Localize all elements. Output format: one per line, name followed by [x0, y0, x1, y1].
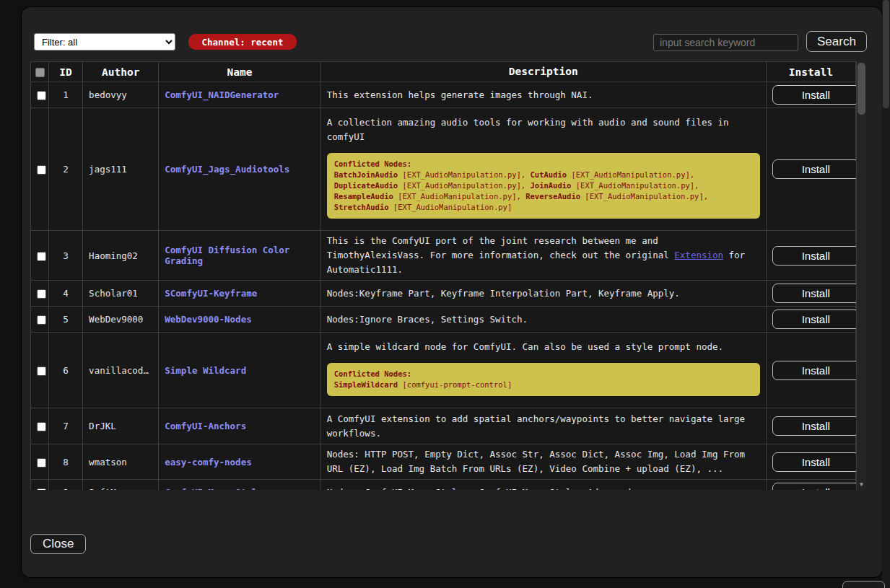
install-button[interactable]: Install	[772, 159, 860, 179]
install-cell: Install	[766, 333, 855, 408]
name-cell: SComfyUI-Keyframe	[159, 281, 320, 307]
description-text: A simple wildcard node for ComfyUI. Can …	[327, 340, 760, 354]
install-button[interactable]: Install	[772, 483, 860, 490]
row-checkbox[interactable]	[37, 488, 46, 490]
checkbox-cell	[31, 333, 49, 408]
table-row: 8 wmatson easy-comfy-nodes Nodes: HTTP P…	[31, 444, 856, 480]
table-scrollbar-thumb[interactable]	[858, 63, 865, 115]
scroll-down-arrow-icon[interactable]: ▼	[857, 480, 865, 489]
id-cell: 1	[49, 82, 83, 108]
table-row: 4 Scholar01 SComfyUI-Keyframe Nodes:Keyf…	[31, 281, 856, 307]
extension-link[interactable]: Extension	[674, 250, 723, 260]
search-button[interactable]: Search	[806, 31, 867, 52]
row-checkbox[interactable]	[37, 165, 46, 175]
description-cell: This extension helps generate images thr…	[320, 82, 766, 108]
install-button[interactable]: Install	[772, 284, 860, 303]
install-cell: Install	[766, 82, 855, 108]
extension-name-link[interactable]: ComfyUI_Jags_Audiotools	[165, 164, 289, 175]
extension-name-link[interactable]: ComfyUI Diffusion Color Grading	[165, 245, 289, 266]
extension-name-link[interactable]: ComfyUI_NAIDGenerator	[165, 89, 279, 100]
id-cell: 9	[49, 480, 83, 490]
checkbox-cell	[31, 281, 49, 307]
id-cell: 8	[49, 444, 83, 480]
row-checkbox[interactable]	[37, 458, 46, 468]
install-button[interactable]: Install	[772, 310, 860, 329]
description-text: This is the ComfyUI port of the joint re…	[327, 235, 675, 260]
description-cell: A ComfyUI extension to add spatial ancho…	[320, 408, 766, 444]
row-checkbox[interactable]	[37, 367, 46, 376]
row-checkbox[interactable]	[37, 252, 46, 261]
search-input[interactable]	[653, 34, 798, 51]
id-cell: 7	[49, 408, 83, 444]
description-cell: A simple wildcard node for ComfyUI. Can …	[320, 333, 766, 408]
table-scrollbar[interactable]: ▼	[856, 61, 865, 490]
name-cell: ComfyUI_NAIDGenerator	[159, 82, 320, 108]
install-cell: Install	[766, 108, 855, 231]
extension-name-link[interactable]: ComfyUI_Mexx_Styler	[165, 487, 268, 490]
name-cell: ComfyUI_Jags_Audiotools	[159, 108, 320, 231]
extension-name-link[interactable]: WebDev9000-Nodes	[165, 314, 251, 325]
id-cell: 4	[49, 281, 83, 307]
checkbox-cell	[31, 108, 49, 231]
checkbox-cell	[31, 82, 49, 108]
install-button[interactable]: Install	[772, 246, 860, 266]
description-cell: Nodes:Ignore Braces, Settings Switch.	[320, 307, 766, 333]
author-cell: bedovyy	[83, 82, 159, 108]
extension-name-link[interactable]: SComfyUI-Keyframe	[165, 288, 257, 299]
conflict-warning-box: Conflicted Nodes: SimpleWildcard [comfyu…	[327, 363, 760, 396]
checkbox-cell	[31, 480, 49, 490]
name-cell: ComfyUI_Mexx_Styler	[159, 480, 320, 490]
install-cell: Install	[766, 231, 855, 281]
page-scrollbar[interactable]	[882, 0, 890, 588]
checkbox-cell	[31, 307, 49, 333]
id-cell: 5	[49, 307, 83, 333]
row-checkbox[interactable]	[37, 422, 46, 431]
author-cell: DrJKL	[83, 408, 159, 444]
table-row: 3 Haoming02 ComfyUI Diffusion Color Grad…	[31, 231, 856, 281]
extension-name-link[interactable]: easy-comfy-nodes	[165, 457, 251, 468]
extension-name-link[interactable]: ComfyUI-Anchors	[165, 421, 246, 431]
install-cell: Install	[766, 444, 855, 480]
author-cell: WebDev9000	[83, 307, 159, 333]
header-checkbox-cell	[31, 62, 49, 82]
id-cell: 6	[49, 333, 83, 408]
row-checkbox[interactable]	[37, 289, 46, 299]
description-cell: This is the ComfyUI port of the joint re…	[320, 231, 766, 281]
install-cell: Install	[766, 480, 855, 490]
description-cell: Nodes: ComfyUI Mexx Styler, ComfyUI Mexx…	[320, 480, 766, 490]
author-cell: wmatson	[83, 444, 159, 480]
table-row: 1 bedovyy ComfyUI_NAIDGenerator This ext…	[31, 82, 856, 108]
author-cell: SoftMeng	[83, 480, 159, 490]
partial-button-bottom-right[interactable]	[842, 581, 885, 588]
install-button[interactable]: Install	[772, 452, 860, 472]
header-description: Description	[320, 62, 766, 82]
header-name: Name	[159, 62, 320, 82]
author-cell: vanillacode314	[83, 333, 159, 408]
checkbox-cell	[31, 231, 49, 281]
author-cell: jags111	[83, 108, 159, 231]
select-all-checkbox[interactable]	[35, 68, 45, 77]
extension-name-link[interactable]: Simple Wildcard	[165, 365, 246, 376]
name-cell: ComfyUI Diffusion Color Grading	[159, 231, 320, 281]
custom-nodes-table-container: ID Author Name Description Install 1 bed…	[30, 61, 865, 490]
author-cell: Scholar01	[83, 281, 159, 307]
install-button[interactable]: Install	[772, 361, 860, 380]
table-row: 9 SoftMeng ComfyUI_Mexx_Styler Nodes: Co…	[31, 480, 856, 490]
page-scrollbar-thumb[interactable]	[883, 0, 889, 108]
row-checkbox[interactable]	[37, 315, 46, 325]
table-row: 6 vanillacode314 Simple Wildcard A simpl…	[31, 333, 856, 408]
close-button[interactable]: Close	[30, 534, 86, 554]
checkbox-cell	[31, 408, 49, 444]
install-button[interactable]: Install	[772, 416, 860, 436]
header-id: ID	[49, 62, 83, 82]
conflict-title: Conflicted Nodes:	[334, 159, 753, 170]
table-row: 2 jags111 ComfyUI_Jags_Audiotools A coll…	[31, 108, 856, 231]
description-cell: Nodes: HTTP POST, Empty Dict, Assoc Str,…	[320, 444, 766, 480]
id-cell: 3	[49, 231, 83, 281]
filter-select[interactable]: Filter: all	[34, 33, 175, 51]
channel-badge: Channel: recent	[188, 34, 297, 50]
install-button[interactable]: Install	[772, 85, 860, 105]
row-checkbox[interactable]	[37, 91, 46, 100]
header-install: Install	[766, 62, 855, 82]
checkbox-cell	[31, 444, 49, 480]
